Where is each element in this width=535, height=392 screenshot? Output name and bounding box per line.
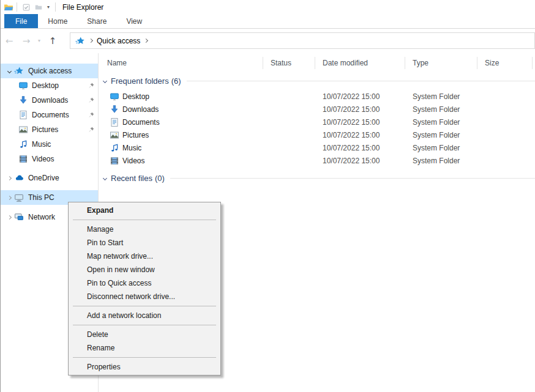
sidebar-item-documents[interactable]: Documents xyxy=(1,108,98,122)
group-header-frequent-folders[interactable]: Frequent folders (6) xyxy=(99,75,535,86)
menu-item-open-in-new-window[interactable]: Open in new window xyxy=(69,263,220,276)
tab-share[interactable]: Share xyxy=(77,14,116,28)
explorer-logo-icon xyxy=(4,2,13,12)
sidebar-item-onedrive[interactable]: OneDrive xyxy=(1,171,98,185)
navigation-bar: ← → ▾ ↑ Quick access xyxy=(1,29,535,53)
window-title: File Explorer xyxy=(62,3,103,12)
qat-divider xyxy=(55,2,56,12)
pictures-icon xyxy=(18,125,28,135)
tab-file[interactable]: File xyxy=(4,14,38,28)
quick-access-star-icon xyxy=(75,36,85,46)
music-icon xyxy=(18,139,28,149)
file-row-videos[interactable]: Videos 10/07/2022 15:00 System Folder xyxy=(99,154,535,167)
group-rule xyxy=(170,178,535,179)
menu-separator xyxy=(73,357,216,358)
videos-icon xyxy=(110,156,119,166)
pin-icon xyxy=(88,126,95,133)
network-icon xyxy=(14,212,24,222)
up-button-icon[interactable]: ↑ xyxy=(43,35,62,46)
videos-icon xyxy=(18,154,28,164)
menu-item-expand[interactable]: Expand xyxy=(69,204,220,217)
collapsed-chevron-icon[interactable] xyxy=(7,176,11,180)
menu-item-map-network-drive[interactable]: Map network drive... xyxy=(69,250,220,263)
group-collapse-chevron-icon[interactable] xyxy=(103,176,107,180)
menu-item-add-network-location[interactable]: Add a network location xyxy=(69,309,220,322)
file-row-pictures[interactable]: Pictures 10/07/2022 15:00 System Folder xyxy=(99,128,535,141)
menu-item-disconnect-network-drive[interactable]: Disconnect network drive... xyxy=(69,290,220,303)
column-header-type[interactable]: Type xyxy=(405,57,477,69)
new-folder-icon xyxy=(34,3,43,12)
properties-check-icon xyxy=(22,3,31,12)
qat-customize-caret-icon[interactable]: ▾ xyxy=(47,4,50,10)
forward-button-icon[interactable]: → xyxy=(18,35,35,46)
ribbon-tabs: File Home Share View xyxy=(1,14,535,29)
file-row-downloads[interactable]: Downloads 10/07/2022 15:00 System Folder xyxy=(99,103,535,116)
expanded-chevron-icon[interactable] xyxy=(7,68,11,73)
collapsed-chevron-icon[interactable] xyxy=(7,195,11,199)
pin-icon xyxy=(88,111,95,119)
file-row-documents[interactable]: Documents 10/07/2022 15:00 System Folder xyxy=(99,116,535,128)
this-pc-icon xyxy=(14,193,24,202)
onedrive-icon xyxy=(14,173,24,183)
desktop-icon xyxy=(18,81,28,91)
music-icon xyxy=(110,143,119,153)
menu-item-rename[interactable]: Rename xyxy=(69,341,220,355)
file-row-desktop[interactable]: Desktop 10/07/2022 15:00 System Folder xyxy=(99,90,535,103)
this-pc-context-menu: Expand Manage Pin to Start Map network d… xyxy=(68,202,221,375)
tab-home[interactable]: Home xyxy=(38,14,77,28)
titlebar: ▾ File Explorer xyxy=(1,0,535,14)
frequent-folders-rows: Desktop 10/07/2022 15:00 System Folder D… xyxy=(99,90,535,167)
desktop-icon xyxy=(110,92,119,102)
column-header-date-modified[interactable]: Date modified xyxy=(315,57,405,69)
address-bar[interactable]: Quick access xyxy=(70,32,535,49)
breadcrumb-chevron-icon[interactable] xyxy=(144,39,148,43)
breadcrumb-chevron-icon[interactable] xyxy=(89,39,93,43)
group-header-recent-files[interactable]: Recent files (0) xyxy=(99,172,535,183)
sidebar-item-desktop[interactable]: Desktop xyxy=(1,78,98,93)
column-header-status[interactable]: Status xyxy=(263,57,315,69)
column-header-size[interactable]: Size xyxy=(477,57,533,69)
qat-new-folder-button[interactable] xyxy=(34,3,43,12)
menu-separator xyxy=(73,306,216,306)
menu-separator xyxy=(73,325,216,325)
menu-item-manage[interactable]: Manage xyxy=(69,223,220,236)
sidebar-item-music[interactable]: Music xyxy=(1,137,98,152)
sidebar-item-quick-access[interactable]: Quick access xyxy=(1,64,98,78)
file-row-music[interactable]: Music 10/07/2022 15:00 System Folder xyxy=(99,141,535,154)
back-button-icon[interactable]: ← xyxy=(1,35,18,46)
group-rule xyxy=(187,81,535,81)
collapsed-chevron-icon[interactable] xyxy=(7,215,11,219)
documents-icon xyxy=(18,110,28,120)
quick-access-star-icon xyxy=(14,66,24,76)
sidebar-item-videos[interactable]: Videos xyxy=(1,152,98,166)
group-collapse-chevron-icon[interactable] xyxy=(103,78,107,83)
sidebar-item-pictures[interactable]: Pictures xyxy=(1,122,98,137)
downloads-icon xyxy=(110,105,119,114)
menu-item-pin-to-start[interactable]: Pin to Start xyxy=(69,236,220,250)
recent-locations-caret-icon[interactable]: ▾ xyxy=(35,38,43,43)
pin-icon xyxy=(88,97,95,104)
pictures-icon xyxy=(110,130,119,140)
menu-item-delete[interactable]: Delete xyxy=(69,328,220,341)
sidebar-item-downloads[interactable]: Downloads xyxy=(1,93,98,108)
menu-separator xyxy=(73,220,216,220)
menu-item-properties[interactable]: Properties xyxy=(69,360,220,374)
breadcrumb-quick-access[interactable]: Quick access xyxy=(97,37,140,45)
documents-icon xyxy=(110,117,119,127)
pin-icon xyxy=(88,82,95,89)
downloads-icon xyxy=(18,95,28,105)
qat-divider xyxy=(17,2,17,12)
column-header-name[interactable]: Name xyxy=(99,57,263,69)
qat-properties-button[interactable] xyxy=(22,3,31,12)
tab-view[interactable]: View xyxy=(116,14,152,28)
column-headers: Name Status Date modified Type Size xyxy=(99,55,535,71)
menu-item-pin-to-quick-access[interactable]: Pin to Quick access xyxy=(69,276,220,290)
